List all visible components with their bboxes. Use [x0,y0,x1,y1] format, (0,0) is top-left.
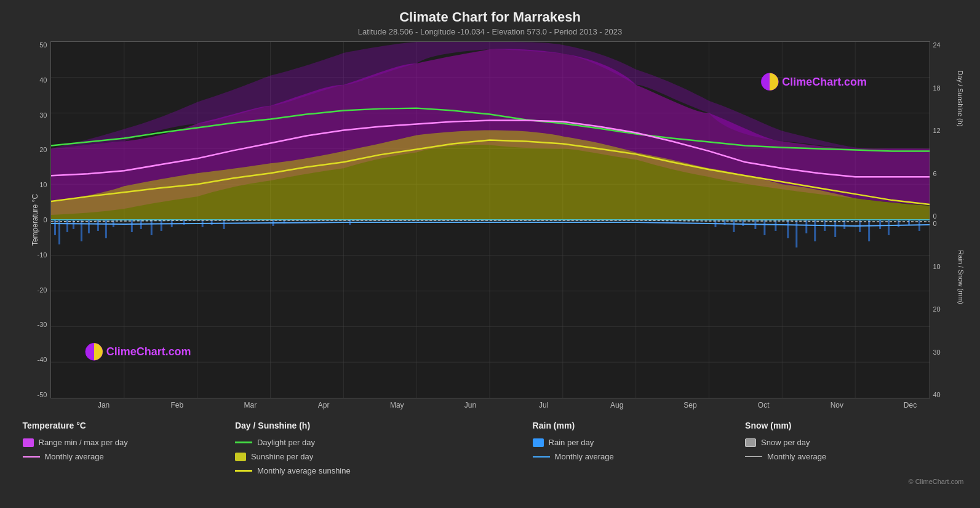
svg-rect-53 [814,220,816,241]
legend-temp-avg-label: Monthly average [45,452,104,461]
legend-area: Temperature °C Range min / max per day M… [17,421,964,475]
legend-rain-day: Rain per day [533,438,745,447]
svg-point-65 [761,73,778,91]
legend-temp-range-swatch [23,438,34,447]
legend-daylight-label: Daylight per day [257,438,315,447]
chart-main: ClimeChart.com ClimeChart.com [50,41,930,398]
y-tick-right-rain0: 0 [933,220,941,227]
legend-sunshine: Day / Sunshine (h) Daylight per day Suns… [235,421,533,475]
y-tick-m50: -50 [38,391,47,398]
x-axis-labels: Jan Feb Mar Apr May Jun Jul Aug Sep Oct … [67,401,947,409]
x-tick-dec: Dec [874,401,947,409]
legend-snow-title: Snow (mm) [745,421,957,430]
svg-rect-26 [80,220,82,241]
legend-rain-avg-line [533,456,550,458]
legend-sunshine-avg: Monthly average sunshine [235,466,533,475]
y-tick-40: 40 [39,76,47,84]
y-tick-right-18: 18 [933,84,941,92]
x-tick-jan: Jan [67,401,140,409]
legend-snow-avg-line [745,456,762,458]
x-tick-mar: Mar [213,401,287,409]
legend-sunshine-day: Sunshine per day [235,452,533,461]
legend-sunshine-avg-line [235,470,252,472]
svg-rect-55 [834,220,836,237]
legend-snow-day-swatch [745,438,756,447]
svg-rect-60 [888,220,890,235]
y-tick-right-0: 0 [933,212,941,220]
legend-rain-avg-label: Monthly average [555,452,614,461]
y-tick-0: 0 [43,216,47,224]
y-tick-right-rain10: 10 [933,263,941,270]
svg-rect-52 [805,220,807,233]
y-axis-left: Temperature °C 50 40 30 20 10 0 -10 -20 … [17,41,50,398]
y-tick-20: 20 [39,146,47,153]
svg-rect-58 [868,220,870,241]
legend-rain-day-label: Rain per day [549,438,594,447]
svg-rect-24 [66,220,68,232]
svg-rect-45 [733,220,735,232]
svg-point-68 [85,343,102,360]
x-tick-feb: Feb [140,401,213,409]
y-axis-right-top-label: Day / Sunshine (h) [957,70,964,126]
chart-subtitle: Latitude 28.506 - Longitude -10.034 - El… [358,27,622,36]
svg-rect-22 [54,220,55,235]
y-tick-right-24: 24 [933,41,941,49]
legend-rain-day-swatch [533,438,544,447]
y-tick-10: 10 [39,181,47,188]
y-tick-50: 50 [39,41,47,49]
svg-rect-33 [150,220,152,235]
y-tick-m10: -10 [38,251,47,259]
svg-rect-29 [105,220,106,238]
legend-temp-title: Temperature °C [23,421,235,430]
svg-rect-48 [763,220,765,235]
y-axis-right: 24 18 12 6 0 0 10 20 30 40 Day / Sunshin… [930,41,964,398]
legend-snow-day-label: Snow per day [761,438,810,447]
legend-rain-title: Rain (mm) [533,421,745,430]
svg-rect-27 [87,220,89,233]
chart-svg: ClimeChart.com ClimeChart.com [51,42,930,398]
svg-rect-62 [908,220,910,225]
x-tick-oct: Oct [727,401,800,409]
x-tick-jul: Jul [507,401,580,409]
svg-rect-59 [879,220,881,229]
legend-rain-avg: Monthly average [533,452,745,461]
y-tick-right-rain20: 20 [933,305,941,313]
legend-temperature: Temperature °C Range min / max per day M… [23,421,235,475]
svg-text:ClimeChart.com: ClimeChart.com [782,76,867,88]
legend-snow-avg: Monthly average [745,452,957,461]
y-tick-m40: -40 [38,356,47,363]
svg-rect-61 [898,220,899,227]
svg-rect-50 [787,220,789,238]
copyright: © ClimeChart.com [17,478,964,485]
legend-temp-avg: Monthly average [23,452,235,461]
x-tick-jun: Jun [434,401,507,409]
legend-snow-avg-label: Monthly average [767,452,826,461]
legend-snow-day: Snow per day [745,438,957,447]
legend-snow: Snow (mm) Snow per day Monthly average [745,421,957,475]
chart-title: Climate Chart for Marrakesh [399,9,581,25]
y-axis-left-label: Temperature °C [31,194,39,246]
legend-temp-avg-line [23,456,40,458]
x-tick-aug: Aug [580,401,653,409]
legend-temp-range-label: Range min / max per day [39,438,128,447]
y-tick-m30: -30 [38,321,47,328]
svg-text:ClimeChart.com: ClimeChart.com [106,345,191,358]
y-tick-30: 30 [39,111,47,119]
chart-area-wrapper: Temperature °C 50 40 30 20 10 0 -10 -20 … [17,41,964,398]
y-tick-m20: -20 [38,286,47,294]
svg-rect-34 [160,220,162,231]
legend-temp-range: Range min / max per day [23,438,235,447]
chart-container: Climate Chart for Marrakesh Latitude 28.… [0,0,980,508]
legend-rain: Rain (mm) Rain per day Monthly average [533,421,745,475]
svg-rect-31 [130,220,132,232]
legend-daylight-line [235,441,252,443]
legend-daylight: Daylight per day [235,438,533,447]
y-tick-right-rain40: 40 [933,391,941,398]
x-tick-may: May [361,401,434,409]
x-tick-nov: Nov [800,401,874,409]
legend-sunshine-day-swatch [235,453,246,461]
y-tick-right-12: 12 [933,127,941,134]
svg-rect-39 [223,220,225,229]
y-tick-right-rain30: 30 [933,349,941,356]
y-tick-right-6: 6 [933,170,941,177]
